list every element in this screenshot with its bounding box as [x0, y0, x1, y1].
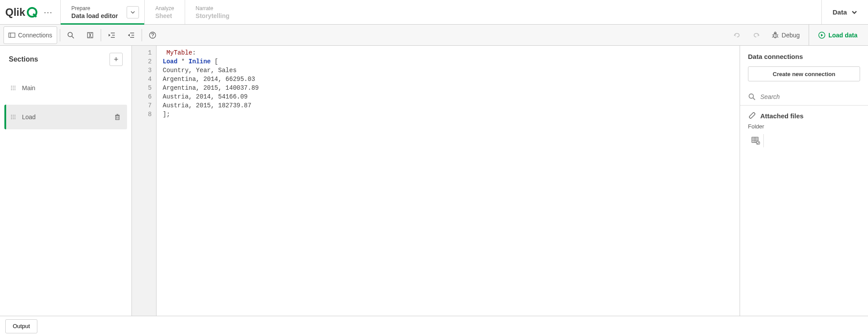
attached-files-section: Attached files Folder [740, 105, 868, 153]
app-dropdown[interactable]: Data [821, 0, 868, 24]
tab-label: Narrate [196, 5, 230, 11]
svg-point-27 [13, 88, 14, 88]
section-name: Main [22, 84, 121, 91]
svg-point-24 [13, 86, 14, 87]
svg-point-39 [13, 118, 14, 119]
code-line[interactable]: MyTable: [163, 48, 733, 57]
svg-point-38 [11, 118, 12, 119]
chevron-down-icon [130, 10, 135, 15]
comment-icon [86, 31, 94, 39]
code-line[interactable]: Austria, 2015, 182739.87 [163, 101, 733, 110]
sections-header: Sections + [4, 53, 127, 71]
help-button[interactable] [143, 26, 162, 44]
debug-button[interactable]: Debug [766, 26, 805, 44]
svg-rect-41 [116, 116, 119, 120]
delete-section-button[interactable] [114, 113, 121, 121]
load-data-button[interactable]: Load data [809, 25, 866, 46]
app-dropdown-label: Data [832, 8, 847, 16]
connections-button[interactable]: Connections [4, 26, 57, 44]
tab-sub: Data load editor [71, 12, 118, 19]
tab-label: Prepare [71, 5, 118, 11]
output-button[interactable]: Output [5, 319, 37, 333]
tab-prepare[interactable]: Prepare Data load editor [60, 0, 144, 24]
play-icon [818, 31, 826, 39]
attachment-icon [748, 112, 756, 120]
select-data-button[interactable] [748, 134, 764, 147]
svg-point-2 [68, 32, 72, 37]
separator [101, 29, 101, 41]
drag-handle-icon[interactable] [11, 114, 16, 120]
search-button[interactable] [61, 26, 80, 44]
app-logo[interactable]: Qlik [5, 6, 37, 18]
line-number: 3 [135, 66, 152, 75]
line-number: 4 [135, 75, 152, 84]
svg-point-35 [11, 117, 12, 117]
section-item-main[interactable]: Main [4, 76, 127, 100]
sections-title: Sections [9, 55, 38, 63]
code-line[interactable]: ]; [163, 110, 733, 119]
toolbar: Connections Debug Load data [0, 25, 868, 46]
code-line[interactable]: Load * Inline [ [163, 57, 733, 66]
top-bar: Qlik ⋯ Prepare Data load editor Analyze … [0, 0, 868, 25]
add-section-button[interactable]: + [109, 53, 123, 66]
svg-line-18 [777, 35, 778, 35]
svg-point-46 [749, 94, 754, 99]
search-icon [67, 31, 75, 39]
code-line[interactable]: Argentina, 2015, 140037.89 [163, 84, 733, 92]
search-icon [748, 93, 756, 101]
svg-point-32 [11, 115, 12, 116]
line-number: 2 [135, 57, 152, 66]
svg-point-34 [15, 115, 15, 116]
more-menu-icon[interactable]: ⋯ [41, 5, 55, 19]
editor-code[interactable]: MyTable:Load * Inline [Country, Year, Sa… [157, 46, 740, 316]
attached-files-header: Attached files [748, 112, 860, 120]
attached-files-title: Attached files [760, 112, 803, 120]
svg-point-37 [15, 117, 15, 117]
table-select-icon [751, 137, 760, 145]
logo-mark-icon [27, 7, 37, 18]
tab-narrate[interactable]: Narrate Storytelling [185, 0, 240, 24]
outdent-icon [127, 31, 135, 39]
svg-line-17 [772, 35, 773, 35]
svg-rect-0 [9, 33, 15, 37]
code-editor[interactable]: 12345678 MyTable:Load * Inline [Country,… [132, 46, 740, 316]
connections-title: Data connections [748, 53, 860, 60]
drag-handle-icon[interactable] [11, 85, 16, 91]
redo-button[interactable] [747, 26, 766, 44]
code-line[interactable]: Austria, 2014, 54166.09 [163, 92, 733, 101]
svg-line-20 [777, 37, 778, 37]
comment-toggle-button[interactable] [80, 26, 100, 44]
svg-point-16 [774, 32, 776, 34]
svg-point-14 [152, 37, 153, 37]
line-number: 7 [135, 101, 152, 110]
connections-panel: Data connections Create new connection A… [740, 46, 868, 316]
code-line[interactable]: Country, Year, Sales [163, 66, 733, 75]
line-number: 5 [135, 84, 152, 92]
svg-point-26 [11, 88, 12, 88]
nav-tabs: Prepare Data load editor Analyze Sheet N… [60, 0, 821, 24]
undo-icon [733, 31, 741, 39]
indent-button[interactable] [102, 26, 121, 44]
separator [60, 29, 60, 41]
chevron-down-icon [851, 9, 857, 15]
connections-section: Data connections Create new connection [740, 46, 868, 88]
status-bar: Output [0, 316, 868, 336]
connections-label: Connections [18, 32, 52, 39]
line-number: 1 [135, 48, 152, 57]
connections-search-input[interactable] [760, 93, 860, 100]
undo-button[interactable] [727, 26, 747, 44]
section-item-load[interactable]: Load [4, 105, 127, 129]
svg-point-31 [15, 89, 15, 90]
tab-analyze[interactable]: Analyze Sheet [144, 0, 185, 24]
line-number: 6 [135, 92, 152, 101]
svg-point-23 [11, 86, 12, 87]
svg-point-28 [15, 88, 15, 88]
outdent-button[interactable] [121, 26, 141, 44]
create-connection-button[interactable]: Create new connection [748, 66, 860, 81]
code-line[interactable]: Argentina, 2014, 66295.03 [163, 75, 733, 84]
debug-label: Debug [782, 32, 800, 39]
svg-line-19 [772, 37, 773, 37]
tab-dropdown-button[interactable] [127, 6, 139, 18]
editor-gutter: 12345678 [132, 46, 157, 316]
main: Sections + Main Load 12345678 MyTable:Lo… [0, 46, 868, 316]
